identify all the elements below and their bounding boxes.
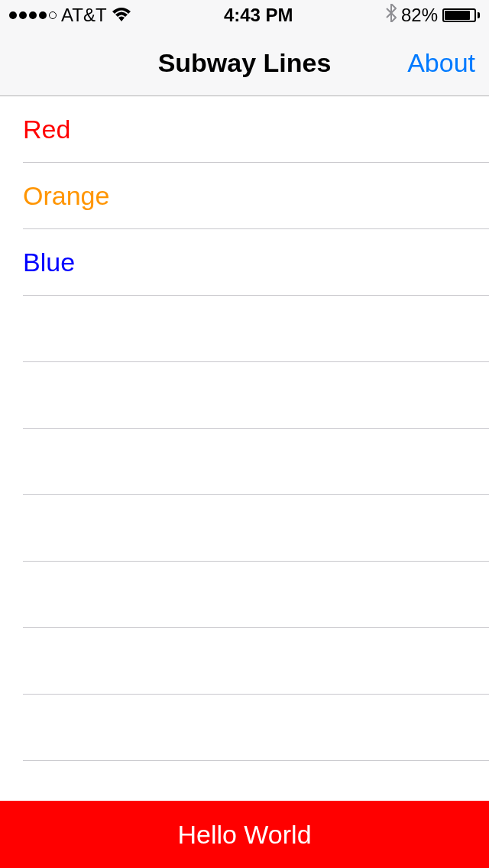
line-label: Blue xyxy=(23,248,75,277)
table-row[interactable] xyxy=(23,695,489,761)
table-row[interactable] xyxy=(23,296,489,362)
table-row[interactable] xyxy=(23,562,489,628)
table-row[interactable] xyxy=(23,495,489,562)
status-bar: AT&T 4:43 PM 82% xyxy=(0,0,489,31)
battery-icon xyxy=(442,8,480,22)
status-left: AT&T xyxy=(9,5,131,26)
line-label: Orange xyxy=(23,181,109,211)
cellular-signal-icon xyxy=(9,11,57,19)
table-row[interactable] xyxy=(23,628,489,695)
line-row-orange[interactable]: Orange xyxy=(23,163,489,229)
line-row-red[interactable]: Red xyxy=(23,96,489,163)
page-title: Subway Lines xyxy=(158,48,332,78)
status-right: 82% xyxy=(386,4,480,27)
about-button[interactable]: About xyxy=(407,48,475,78)
lines-table: Red Orange Blue xyxy=(0,96,489,828)
line-label: Red xyxy=(23,115,70,144)
bluetooth-icon xyxy=(386,4,397,27)
footer-banner[interactable]: Hello World xyxy=(0,801,489,868)
clock-label: 4:43 PM xyxy=(224,5,293,26)
table-row[interactable] xyxy=(23,429,489,495)
line-row-blue[interactable]: Blue xyxy=(23,229,489,296)
table-row[interactable] xyxy=(23,362,489,429)
wifi-icon xyxy=(112,8,131,23)
footer-label: Hello World xyxy=(177,820,311,850)
carrier-label: AT&T xyxy=(61,5,107,26)
navigation-bar: Subway Lines About xyxy=(0,31,489,96)
battery-percent-label: 82% xyxy=(401,5,438,26)
